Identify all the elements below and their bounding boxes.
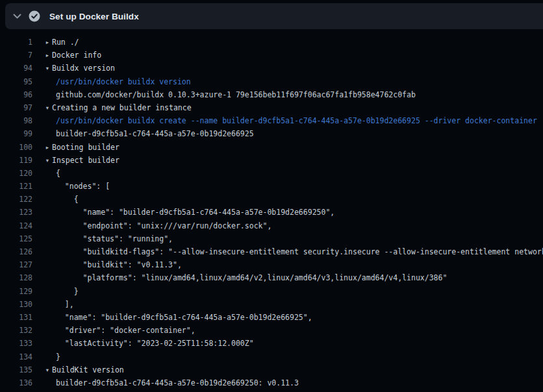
- line-number[interactable]: 121: [0, 180, 32, 193]
- log-line: 126 "buildkitd-flags": "--allow-insecure…: [0, 245, 543, 258]
- line-number[interactable]: 96: [0, 88, 32, 101]
- line-number[interactable]: 125: [0, 232, 32, 245]
- line-number[interactable]: 132: [0, 324, 32, 337]
- line-number[interactable]: 94: [0, 62, 32, 75]
- line-number[interactable]: 123: [0, 206, 32, 219]
- log-line: 120{: [0, 167, 543, 180]
- triangle-expanded-icon[interactable]: ▾: [43, 101, 52, 114]
- log-output-text: "driver": "docker-container",: [56, 324, 196, 337]
- group-title[interactable]: Run ./: [52, 36, 79, 49]
- log-line: 121 "nodes": [: [0, 180, 543, 193]
- line-number[interactable]: 119: [0, 154, 32, 167]
- triangle-expanded-icon[interactable]: ▾: [43, 62, 52, 75]
- group-title[interactable]: Booting builder: [52, 141, 120, 154]
- log-output-text: "lastActivity": "2023-02-25T11:58:12.000…: [56, 337, 254, 350]
- line-number[interactable]: 128: [0, 271, 32, 284]
- log-line: 134}: [0, 350, 543, 363]
- check-circle-icon: [29, 10, 40, 22]
- step-title: Set up Docker Buildx: [49, 12, 139, 21]
- log-line: 128 "platforms": "linux/amd64,linux/amd6…: [0, 271, 543, 284]
- log-line: 98/usr/bin/docker buildx create --name b…: [0, 114, 543, 127]
- log-output-text: "buildkit": "v0.11.3",: [56, 258, 182, 271]
- line-number[interactable]: 95: [0, 75, 32, 88]
- group-title[interactable]: Docker info: [52, 49, 101, 62]
- log-output-text: "endpoint": "unix:///var/run/docker.sock…: [56, 219, 272, 232]
- log-command-text: /usr/bin/docker buildx create --name bui…: [56, 114, 537, 127]
- line-number[interactable]: 134: [0, 350, 32, 363]
- log-line: 130 ],: [0, 298, 543, 311]
- log-line: 124 "endpoint": "unix:///var/run/docker.…: [0, 219, 543, 232]
- group-title[interactable]: Inspect builder: [52, 154, 120, 167]
- step-header[interactable]: Set up Docker Buildx: [5, 3, 543, 29]
- line-number[interactable]: 131: [0, 311, 32, 324]
- log-output-text: "name": "builder-d9cfb5a1-c764-445a-a57e…: [56, 206, 335, 219]
- log-output-text: "buildkitd-flags": "--allow-insecure-ent…: [56, 245, 543, 258]
- line-number[interactable]: 122: [0, 193, 32, 206]
- line-number[interactable]: 97: [0, 101, 32, 114]
- log-line: 136builder-d9cfb5a1-c764-445a-a57e-0b19d…: [0, 376, 543, 389]
- log-output-text: "status": "running",: [56, 232, 173, 245]
- check-circle-glyph: [29, 10, 40, 22]
- log-output-text: {: [56, 167, 60, 180]
- line-number[interactable]: 98: [0, 114, 32, 127]
- log-output-text: }: [56, 350, 60, 363]
- triangle-collapsed-icon[interactable]: ▸: [43, 49, 52, 62]
- line-number[interactable]: 129: [0, 285, 32, 298]
- line-number[interactable]: 100: [0, 141, 32, 154]
- log-line: 95/usr/bin/docker buildx version: [0, 75, 543, 88]
- chevron-down-icon[interactable]: [8, 7, 26, 25]
- line-number[interactable]: 130: [0, 298, 32, 311]
- log-output-text: builder-d9cfb5a1-c764-445a-a57e-0b19d2e6…: [56, 376, 299, 389]
- line-number[interactable]: 135: [0, 363, 32, 376]
- line-number[interactable]: 126: [0, 245, 32, 258]
- group-title[interactable]: BuildKit version: [52, 363, 124, 376]
- triangle-collapsed-icon[interactable]: ▸: [43, 36, 52, 49]
- line-number[interactable]: 7: [0, 49, 32, 62]
- log-output-text: }: [56, 285, 79, 298]
- line-number[interactable]: 133: [0, 337, 32, 350]
- log-group-line[interactable]: 1▸Run ./: [0, 36, 543, 49]
- line-number[interactable]: 124: [0, 219, 32, 232]
- log-output-text: ],: [56, 298, 74, 311]
- log-area: 1▸Run ./7▸Docker info94▾Buildx version95…: [0, 29, 543, 392]
- triangle-collapsed-icon[interactable]: ▸: [43, 141, 52, 154]
- log-group-line[interactable]: 100▸Booting builder: [0, 141, 543, 154]
- log-output-text: builder-d9cfb5a1-c764-445a-a57e-0b19d2e6…: [56, 127, 254, 140]
- log-line: 131 "name": "builder-d9cfb5a1-c764-445a-…: [0, 311, 543, 324]
- log-group-line[interactable]: 7▸Docker info: [0, 49, 543, 62]
- log-line: 123 "name": "builder-d9cfb5a1-c764-445a-…: [0, 206, 543, 219]
- chevron-down-glyph: [13, 14, 21, 19]
- log-group-line[interactable]: 97▾Creating a new builder instance: [0, 101, 543, 114]
- group-title[interactable]: Buildx version: [52, 62, 115, 75]
- log-output-text: github.com/docker/buildx 0.10.3+azure-1 …: [56, 88, 416, 101]
- triangle-expanded-icon[interactable]: ▾: [43, 363, 52, 376]
- line-number[interactable]: 127: [0, 258, 32, 271]
- line-number[interactable]: 120: [0, 167, 32, 180]
- line-number[interactable]: 99: [0, 127, 32, 140]
- log-line: 127 "buildkit": "v0.11.3",: [0, 258, 543, 271]
- log-group-line[interactable]: 119▾Inspect builder: [0, 154, 543, 167]
- log-line: 125 "status": "running",: [0, 232, 543, 245]
- line-number[interactable]: 136: [0, 376, 32, 389]
- group-title[interactable]: Creating a new builder instance: [52, 101, 192, 114]
- log-output-text: "nodes": [: [56, 180, 110, 193]
- log-group-line[interactable]: 135▾BuildKit version: [0, 363, 543, 376]
- triangle-expanded-icon[interactable]: ▾: [43, 154, 52, 167]
- line-number[interactable]: 1: [0, 36, 32, 49]
- log-line: 122 {: [0, 193, 543, 206]
- log-command-text: /usr/bin/docker buildx version: [56, 75, 191, 88]
- log-line: 133 "lastActivity": "2023-02-25T11:58:12…: [0, 337, 543, 350]
- log-line: 96github.com/docker/buildx 0.10.3+azure-…: [0, 88, 543, 101]
- log-group-line[interactable]: 94▾Buildx version: [0, 62, 543, 75]
- log-line: 129 }: [0, 285, 543, 298]
- log-line: 132 "driver": "docker-container",: [0, 324, 543, 337]
- log-line: 99builder-d9cfb5a1-c764-445a-a57e-0b19d2…: [0, 127, 543, 140]
- log-output-text: {: [56, 193, 79, 206]
- log-output-text: "name": "builder-d9cfb5a1-c764-445a-a57e…: [56, 311, 312, 324]
- log-output-text: "platforms": "linux/amd64,linux/amd64/v2…: [56, 271, 447, 284]
